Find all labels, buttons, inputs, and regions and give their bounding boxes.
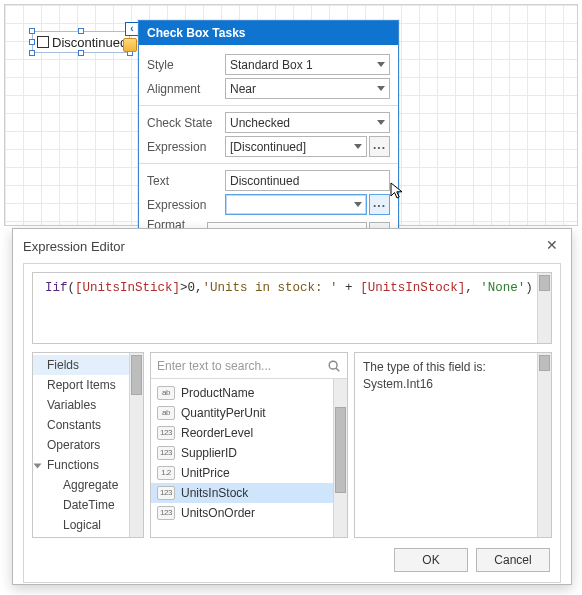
search-icon — [321, 353, 347, 378]
search-input[interactable] — [151, 353, 321, 378]
check-state-label: Check State — [147, 116, 225, 130]
designer-checkbox-element[interactable]: Discontinued ‹ — [32, 31, 130, 53]
alignment-combobox[interactable]: Near — [225, 78, 390, 99]
field-name: UnitPrice — [181, 466, 230, 480]
scrollbar[interactable] — [333, 379, 347, 537]
scrollbar[interactable] — [537, 273, 551, 343]
field-name: SupplierID — [181, 446, 237, 460]
field-item[interactable]: 123UnitsInStock — [151, 483, 347, 503]
categories-pane: FieldsReport ItemsVariablesConstantsOper… — [32, 352, 144, 538]
field-item[interactable]: 123UnitsOnOrder — [151, 503, 347, 523]
field-type-icon: 1.2 — [157, 466, 175, 480]
resize-handle[interactable] — [29, 50, 35, 56]
field-name: QuantityPerUnit — [181, 406, 266, 420]
expression-checkstate-combobox[interactable]: [Discontinued] — [225, 136, 367, 157]
svg-point-0 — [329, 361, 337, 369]
expression-editor-dialog: Expression Editor ✕ Iif([UnitsInStick]>0… — [12, 228, 572, 585]
scrollbar[interactable] — [129, 353, 143, 537]
databound-indicator-icon — [123, 38, 137, 52]
field-item[interactable]: 1.2UnitPrice — [151, 463, 347, 483]
checkbox-box-icon — [37, 36, 49, 48]
field-name: ProductName — [181, 386, 254, 400]
category-item[interactable]: Fields — [33, 355, 143, 375]
field-item[interactable]: abProductName — [151, 383, 347, 403]
svg-line-1 — [336, 368, 339, 371]
check-state-value: Unchecked — [230, 116, 290, 130]
chevron-down-icon — [354, 144, 362, 149]
description-line: System.Int16 — [363, 377, 433, 391]
separator — [139, 163, 398, 164]
expression-checkstate-editor-button[interactable]: ... — [369, 136, 390, 157]
dialog-title: Expression Editor — [23, 239, 125, 254]
category-item[interactable]: Functions — [33, 455, 143, 475]
category-item[interactable]: Variables — [33, 395, 143, 415]
field-name: UnitsInStock — [181, 486, 248, 500]
ok-button[interactable]: OK — [394, 548, 468, 572]
field-name: UnitsOnOrder — [181, 506, 255, 520]
category-item[interactable]: Report Items — [33, 375, 143, 395]
field-type-icon: 123 — [157, 486, 175, 500]
style-combobox[interactable]: Standard Box 1 — [225, 54, 390, 75]
expression-text-editor-button[interactable]: ... — [369, 194, 390, 215]
expression-text-combobox[interactable] — [225, 194, 367, 215]
design-surface: Discontinued ‹ Check Box Tasks Style Sta… — [4, 4, 578, 226]
resize-handle[interactable] — [78, 50, 84, 56]
panel-title: Check Box Tasks — [139, 21, 398, 45]
category-item[interactable]: Aggregate — [33, 475, 143, 495]
alignment-label: Alignment — [147, 82, 225, 96]
text-label: Text — [147, 174, 225, 188]
resize-handle[interactable] — [29, 28, 35, 34]
field-type-icon: 123 — [157, 506, 175, 520]
category-item[interactable]: DateTime — [33, 495, 143, 515]
expression-checkstate-label: Expression — [147, 140, 225, 154]
resize-handle[interactable] — [29, 39, 35, 45]
dialog-close-button[interactable]: ✕ — [543, 237, 561, 255]
chevron-down-icon — [377, 86, 385, 91]
chevron-down-icon — [377, 120, 385, 125]
separator — [139, 105, 398, 106]
field-item[interactable]: 123SupplierID — [151, 443, 347, 463]
chevron-down-icon — [377, 62, 385, 67]
alignment-value: Near — [230, 82, 256, 96]
description-pane: The type of this field is: System.Int16 — [354, 352, 552, 538]
category-item[interactable]: Constants — [33, 415, 143, 435]
field-type-icon: 123 — [157, 446, 175, 460]
style-label: Style — [147, 58, 225, 72]
field-name: ReorderLevel — [181, 426, 253, 440]
field-type-icon: ab — [157, 386, 175, 400]
items-pane: abProductNameabQuantityPerUnit123Reorder… — [150, 352, 348, 538]
resize-handle[interactable] — [78, 28, 84, 34]
style-value: Standard Box 1 — [230, 58, 313, 72]
field-type-icon: 123 — [157, 426, 175, 440]
designer-checkbox-label: Discontinued — [52, 35, 127, 50]
field-item[interactable]: abQuantityPerUnit — [151, 403, 347, 423]
category-item[interactable]: Operators — [33, 435, 143, 455]
checkbox-tasks-panel: Check Box Tasks Style Standard Box 1 Ali… — [138, 20, 399, 258]
expression-checkstate-value: [Discontinued] — [230, 140, 306, 154]
text-input[interactable] — [225, 170, 390, 191]
field-item[interactable]: 123ReorderLevel — [151, 423, 347, 443]
description-line: The type of this field is: — [363, 360, 486, 374]
cancel-button[interactable]: Cancel — [476, 548, 550, 572]
field-type-icon: ab — [157, 406, 175, 420]
expression-textarea[interactable]: Iif([UnitsInStick]>0,'Units in stock: ' … — [32, 272, 552, 344]
smart-tag-toggle[interactable]: ‹ — [125, 22, 139, 36]
scrollbar[interactable] — [537, 353, 551, 537]
expression-text-label: Expression — [147, 198, 225, 212]
category-item[interactable]: Logical — [33, 515, 143, 535]
chevron-down-icon — [354, 202, 362, 207]
check-state-combobox[interactable]: Unchecked — [225, 112, 390, 133]
